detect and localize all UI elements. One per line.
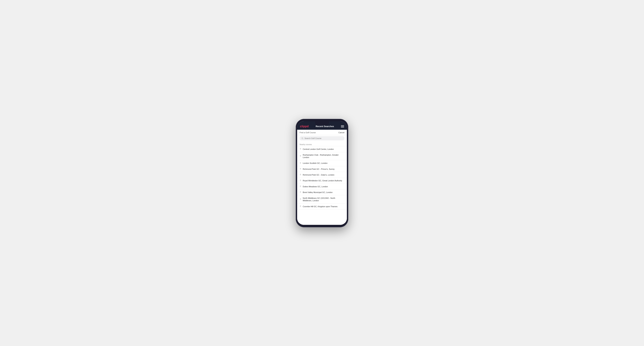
pin-icon	[300, 205, 301, 207]
course-name: Central London Golf Centre, London	[303, 148, 334, 150]
content-area: Find a Golf Course Cancel Nearby	[297, 130, 347, 225]
course-name: North Middlesex GC (1011942 - North Midd…	[303, 197, 344, 202]
list-item[interactable]: Central London Golf Centre, London	[297, 146, 347, 152]
pin-icon	[300, 162, 301, 164]
menu-line-1	[341, 125, 344, 126]
svg-point-9	[300, 192, 301, 192]
nav-title: Recent Searches	[316, 125, 334, 128]
pin-icon	[300, 185, 301, 187]
phone-wrapper: clippd Recent Searches Find a Golf Cours…	[296, 119, 348, 227]
home-indicator	[315, 226, 329, 226]
pin-icon	[300, 191, 301, 193]
list-item[interactable]: Coombe Hill GC, Kingston upon Thames	[297, 204, 347, 209]
course-name: Richmond Park GC - Duke's, London	[303, 173, 334, 176]
course-name: Royal Wimbledon GC, Great London Authori…	[303, 179, 342, 182]
search-input[interactable]	[304, 137, 343, 139]
svg-line-1	[303, 139, 303, 139]
list-item[interactable]: London Scottish GC, London	[297, 160, 347, 166]
svg-point-4	[300, 163, 301, 163]
list-item[interactable]: Brent Valley Municipal GC, London	[297, 189, 347, 195]
nearby-header: Nearby courses	[297, 142, 347, 146]
pin-icon	[300, 198, 301, 200]
app-logo: clippd	[300, 125, 309, 128]
list-item[interactable]: Roehampton Club - Roehampton, Greater Lo…	[297, 152, 347, 161]
svg-point-6	[300, 174, 301, 175]
svg-point-5	[300, 169, 301, 169]
svg-point-7	[300, 180, 301, 180]
svg-point-11	[300, 206, 301, 206]
menu-line-3	[341, 127, 344, 128]
course-name: Roehampton Club - Roehampton, Greater Lo…	[303, 154, 344, 159]
list-item[interactable]: Richmond Park GC - Prince's, Surrey	[297, 166, 347, 172]
search-icon	[301, 137, 304, 139]
cancel-button[interactable]: Cancel	[338, 132, 344, 134]
svg-point-2	[300, 149, 301, 149]
pin-icon	[300, 168, 301, 170]
list-item[interactable]: Richmond Park GC - Duke's, London	[297, 172, 347, 178]
list-item[interactable]: Royal Wimbledon GC, Great London Authori…	[297, 178, 347, 183]
list-item[interactable]: Dukes Meadows GC, London	[297, 184, 347, 189]
svg-point-3	[300, 156, 301, 156]
nearby-section: Nearby courses Central London Golf Centr…	[297, 142, 347, 225]
find-bar-title: Find a Golf Course	[300, 132, 316, 134]
search-input-wrapper	[300, 136, 344, 140]
pin-icon	[300, 155, 301, 157]
course-name: Brent Valley Municipal GC, London	[303, 191, 332, 193]
pin-icon	[300, 179, 301, 182]
menu-icon[interactable]	[341, 125, 344, 128]
menu-line-2	[341, 126, 344, 127]
svg-point-10	[300, 199, 301, 199]
course-list: Central London Golf Centre, LondonRoeham…	[297, 146, 347, 210]
course-name: Richmond Park GC - Prince's, Surrey	[303, 168, 334, 170]
pin-icon	[300, 148, 301, 150]
course-name: London Scottish GC, London	[303, 162, 328, 164]
course-name: Coombe Hill GC, Kingston upon Thames	[303, 205, 338, 208]
phone-shell: clippd Recent Searches Find a Golf Cours…	[296, 119, 348, 227]
list-item[interactable]: North Middlesex GC (1011942 - North Midd…	[297, 195, 347, 204]
find-bar: Find a Golf Course Cancel	[297, 130, 347, 135]
svg-point-8	[300, 186, 301, 186]
course-name: Dukes Meadows GC, London	[303, 185, 328, 188]
search-container	[297, 135, 347, 142]
pin-icon	[300, 174, 301, 176]
phone-notch	[315, 121, 329, 125]
phone-screen: clippd Recent Searches Find a Golf Cours…	[297, 121, 347, 225]
